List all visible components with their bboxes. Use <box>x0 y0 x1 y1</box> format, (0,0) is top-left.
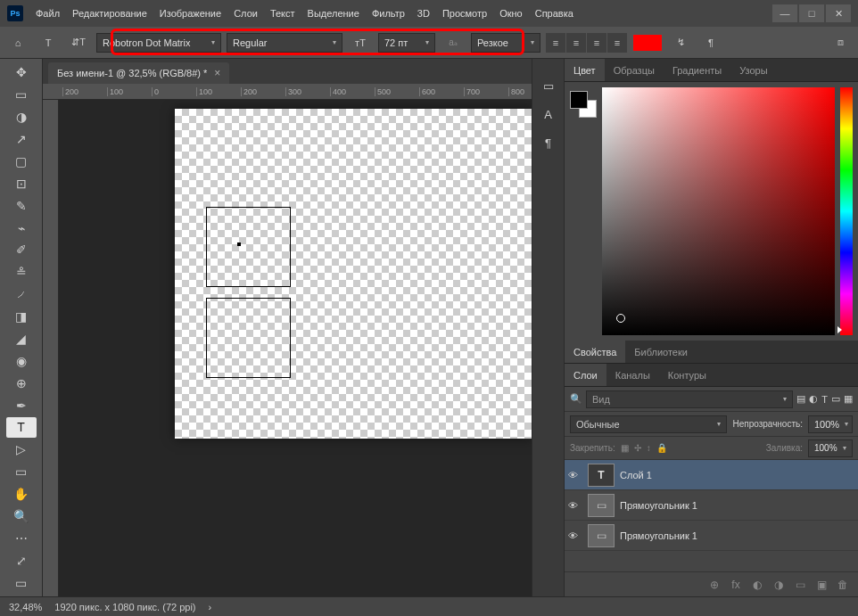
lock-nested-icon[interactable]: ↕ <box>647 443 651 453</box>
blur-tool-icon[interactable]: ◉ <box>6 350 37 371</box>
font-size-select[interactable]: 72 пт ▾ <box>378 33 435 53</box>
swap-colors-icon[interactable]: ⤢ <box>6 550 37 571</box>
heal-tool-icon[interactable]: ⌁ <box>6 218 37 238</box>
pen-tool-icon[interactable]: ✒ <box>6 395 37 415</box>
crop-tool-icon[interactable]: ▢ <box>6 152 37 172</box>
close-icon[interactable]: × <box>214 67 220 79</box>
lock-pixels-icon[interactable]: ▦ <box>621 443 629 453</box>
edit-toolbar-icon[interactable]: ⋯ <box>6 528 37 548</box>
lock-all-icon[interactable]: 🔒 <box>656 443 667 453</box>
history-brush-icon[interactable]: ⟋ <box>6 284 37 305</box>
chevron-right-icon[interactable]: › <box>209 602 212 612</box>
layer-mask-icon[interactable]: ◐ <box>749 577 765 593</box>
menu-view[interactable]: Просмотр <box>442 8 487 19</box>
zoom-level[interactable]: 32,48% <box>9 602 42 612</box>
zoom-tool-icon[interactable]: 🔍 <box>6 506 37 527</box>
filter-adjust-icon[interactable]: ◐ <box>809 393 818 405</box>
quickmask-icon[interactable]: ▭ <box>6 572 37 593</box>
warp-text-icon[interactable]: ↯ <box>668 31 693 54</box>
document-tab[interactable]: Без имени-1 @ 32,5% (RGB/8#) * × <box>48 62 229 84</box>
visibility-icon[interactable]: 👁 <box>568 470 582 480</box>
new-layer-icon[interactable]: ▣ <box>813 577 829 593</box>
eyedropper-tool-icon[interactable]: ✎ <box>6 195 37 216</box>
menu-filter[interactable]: Фильтр <box>372 8 405 19</box>
dodge-tool-icon[interactable]: ⊕ <box>6 373 37 393</box>
menu-file[interactable]: Файл <box>36 8 60 19</box>
text-color-swatch[interactable] <box>632 34 663 52</box>
align-center-button[interactable]: ≡ <box>566 33 586 53</box>
fg-bg-swatches[interactable] <box>570 91 597 335</box>
eraser-tool-icon[interactable]: ◨ <box>6 307 37 327</box>
layer-row[interactable]: 👁 ▭ Прямоугольник 1 <box>565 521 858 551</box>
filter-shape-icon[interactable]: ▭ <box>831 393 840 405</box>
brush-tool-icon[interactable]: ✐ <box>6 240 37 260</box>
character-panel-icon[interactable]: ¶ <box>698 31 723 54</box>
lock-position-icon[interactable]: ✢ <box>634 443 641 453</box>
adjustment-layer-icon[interactable]: ◑ <box>771 577 787 593</box>
minimize-button[interactable]: — <box>772 4 797 22</box>
close-button[interactable]: ✕ <box>826 4 851 22</box>
menu-window[interactable]: Окно <box>499 8 523 19</box>
gradient-tool-icon[interactable]: ◢ <box>6 329 37 349</box>
frame-tool-icon[interactable]: ⊡ <box>6 173 37 193</box>
visibility-icon[interactable]: 👁 <box>568 530 582 541</box>
tab-gradients[interactable]: Градиенты <box>664 59 730 81</box>
menu-text[interactable]: Текст <box>270 8 295 19</box>
visibility-icon[interactable]: 👁 <box>568 500 582 511</box>
group-icon[interactable]: ▭ <box>792 577 808 593</box>
align-left-button[interactable]: ≡ <box>546 33 565 53</box>
menu-layers[interactable]: Слои <box>234 8 258 19</box>
font-style-select[interactable]: Regular ▾ <box>227 33 342 53</box>
layer-fx-icon[interactable]: fx <box>728 577 744 593</box>
foreground-swatch[interactable] <box>570 91 588 109</box>
link-layers-icon[interactable]: ⊕ <box>706 577 722 593</box>
align-justify-button[interactable]: ≡ <box>607 33 627 53</box>
fill-input[interactable]: 100% ▾ <box>808 439 853 457</box>
lasso-tool-icon[interactable]: ◑ <box>6 107 37 127</box>
filter-text-icon[interactable]: T <box>821 394 828 405</box>
hue-slider[interactable] <box>840 87 853 335</box>
tab-color[interactable]: Цвет <box>565 59 605 81</box>
home-icon[interactable]: ⌂ <box>5 31 30 54</box>
layer-row[interactable]: 👁 ▭ Прямоугольник 1 <box>565 490 858 521</box>
type-tool-icon[interactable]: T <box>6 417 37 438</box>
paragraph-panel-icon[interactable]: ¶ <box>538 132 559 153</box>
filter-image-icon[interactable]: ▤ <box>796 393 805 405</box>
stamp-tool-icon[interactable]: ≗ <box>6 262 37 283</box>
layer-row[interactable]: 👁 T Слой 1 <box>565 460 858 490</box>
menu-select[interactable]: Выделение <box>308 8 359 19</box>
marquee-tool-icon[interactable]: ▭ <box>6 85 37 105</box>
opacity-input[interactable]: 100% ▾ <box>808 415 853 433</box>
tab-libraries[interactable]: Библиотеки <box>625 341 697 363</box>
tool-preset-icon[interactable]: T <box>36 31 61 54</box>
tab-channels[interactable]: Каналы <box>606 364 659 386</box>
antialias-select[interactable]: Резкое ▾ <box>471 33 540 53</box>
hand-tool-icon[interactable]: ✋ <box>6 484 37 505</box>
menu-3d[interactable]: 3D <box>417 8 430 19</box>
menu-edit[interactable]: Редактирование <box>72 8 147 19</box>
path-select-icon[interactable]: ▷ <box>6 439 37 460</box>
history-panel-icon[interactable]: ▭ <box>538 75 559 96</box>
tab-layers[interactable]: Слои <box>565 364 606 386</box>
trash-icon[interactable]: 🗑 <box>835 577 851 593</box>
move-tool-icon[interactable]: ✥ <box>6 62 37 83</box>
3d-icon[interactable]: ⧈ <box>828 31 853 54</box>
tab-paths[interactable]: Контуры <box>659 364 715 386</box>
tab-swatches[interactable]: Образцы <box>605 59 664 81</box>
menu-image[interactable]: Изображение <box>160 8 221 19</box>
maximize-button[interactable]: □ <box>799 4 824 22</box>
wand-tool-icon[interactable]: ↗ <box>6 129 37 150</box>
canvas[interactable] <box>59 100 532 596</box>
text-orientation-icon[interactable]: ⇵T <box>66 31 91 54</box>
shape-tool-icon[interactable]: ▭ <box>6 462 37 482</box>
layer-filter-select[interactable]: Вид ▾ <box>586 390 793 408</box>
filter-smart-icon[interactable]: ▦ <box>844 393 853 405</box>
align-right-button[interactable]: ≡ <box>587 33 606 53</box>
tab-patterns[interactable]: Узоры <box>730 59 776 81</box>
menu-help[interactable]: Справка <box>535 8 573 19</box>
color-field[interactable] <box>602 87 835 335</box>
blend-mode-select[interactable]: Обычные ▾ <box>570 415 727 433</box>
font-family-select[interactable]: Robotron Dot Matrix ▾ <box>96 33 221 53</box>
tab-properties[interactable]: Свойства <box>565 341 625 363</box>
character-panel-icon[interactable]: A <box>538 103 559 125</box>
